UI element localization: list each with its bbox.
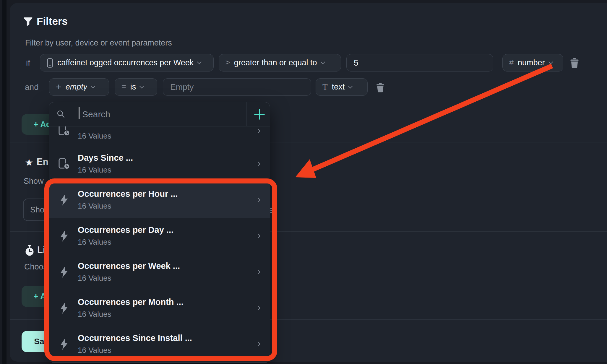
list-item-subtitle: 16 Values [78,346,192,355]
field-select[interactable]: caffeineLogged occurrences per Week [40,54,214,72]
chevron-right-icon [257,270,260,274]
list-item-title: Occurrences per Week ... [78,261,180,271]
list-item-title: Occurrences per Month ... [78,297,184,307]
list-item-occurrences-per-month[interactable]: Occurrences per Month ... 16 Values [49,290,270,326]
attribute-dropdown-panel: 16 Values Days Since ... 16 Values Occur… [49,102,270,363]
list-item-title: Occurrences per Hour ... [78,189,178,199]
stopwatch-icon [25,245,34,258]
lightning-icon [57,338,71,350]
connector-if: if [26,54,30,72]
delete-filter-button[interactable] [570,58,579,68]
add-attribute-button[interactable] [249,102,270,126]
filters-screen: Filters Filter by user, device or event … [0,0,607,364]
list-item-subtitle: 16 Values [78,202,178,211]
list-item-subtitle: 16 Values [78,165,133,175]
search-icon [57,110,65,119]
choose-description-text: Choos [24,262,47,272]
operator-select-label: greater than or equal to [234,58,317,67]
list-item[interactable]: 16 Values [49,126,270,146]
type-select-text[interactable]: T text [316,78,368,96]
list-item-title: Occurrences Since Install ... [78,333,192,343]
chevron-right-icon [257,129,260,133]
device-clock-icon [57,158,71,170]
chevron-right-icon [257,234,260,238]
chevron-down-icon [139,84,144,89]
chevron-down-icon [197,60,202,64]
type-select-label: text [332,82,345,92]
operator-select-label: is [130,82,136,92]
list-item-subtitle: 16 Values [78,310,184,319]
operator-select-is[interactable]: = is [115,78,157,96]
equals-icon: = [121,82,126,92]
filter-funnel-icon [24,17,33,27]
page-title: Filters [37,15,68,27]
type-select-label: number [518,58,545,67]
lightning-icon [57,194,71,206]
value-input-empty[interactable] [163,78,311,96]
chevron-down-icon [548,60,553,64]
field-select-label: empty [66,82,87,92]
type-select-number[interactable]: # number [502,54,563,72]
chevron-down-icon [320,60,325,64]
field-select-empty[interactable]: + empty [49,78,109,96]
plus-icon: + [56,82,61,92]
chevron-right-icon [257,306,260,310]
chevron-down-icon [348,84,353,89]
list-item-subtitle: 16 Values [78,238,173,247]
search-divider [246,102,247,126]
limit-heading: Li [37,245,46,255]
show-description-text: Show [24,177,44,186]
lightning-icon [57,230,71,242]
list-item-occurrences-since-install[interactable]: Occurrences Since Install ... 16 Values [49,326,270,362]
list-item-title: Occurrences per Day ... [78,225,173,235]
smartphone-icon [47,58,53,68]
connector-and: and [25,78,39,96]
list-item-title: Days Since ... [78,153,133,163]
hash-icon: # [509,58,514,67]
lightning-icon [57,266,71,278]
search-input[interactable] [82,102,244,126]
chevron-right-icon [257,198,260,202]
list-item-occurrences-per-day[interactable]: Occurrences per Day ... 16 Values [49,218,270,254]
list-item-subtitle: 16 Values [78,131,111,141]
page-subtitle: Filter by user, device or event paramete… [25,38,172,48]
device-clock-icon [57,126,71,137]
gte-icon: ≥ [225,58,230,67]
delete-filter-button[interactable] [376,83,385,92]
value-input[interactable] [346,54,493,72]
lightning-icon [57,302,71,314]
text-cursor [79,107,79,119]
star-icon: ★ [25,158,33,167]
dropdown-search-bar [49,102,270,126]
list-item-occurrences-per-week[interactable]: Occurrences per Week ... 16 Values [49,254,270,290]
page-edge-strip [2,0,7,364]
enrichments-heading: En [37,157,48,167]
operator-select[interactable]: ≥ greater than or equal to [219,54,341,72]
text-type-icon: T [322,82,328,92]
list-item-subtitle: 16 Values [78,274,180,283]
chevron-down-icon [91,84,95,89]
chevron-right-icon [257,342,260,346]
list-item-days-since[interactable]: Days Since ... 16 Values [49,146,270,182]
chevron-right-icon [257,162,260,165]
list-item-occurrences-per-hour[interactable]: Occurrences per Hour ... 16 Values [49,182,270,218]
field-select-label: caffeineLogged occurrences per Week [57,58,194,67]
